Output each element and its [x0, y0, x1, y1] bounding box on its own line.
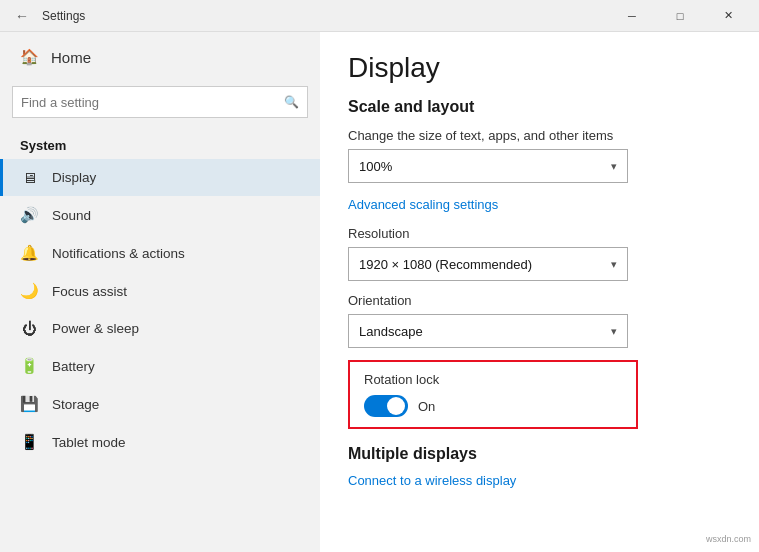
resolution-dropdown-value: 1920 × 1080 (Recommended): [359, 257, 532, 272]
rotation-toggle-row: On: [364, 395, 622, 417]
storage-icon: 💾: [20, 395, 38, 413]
sidebar-item-power-label: Power & sleep: [52, 321, 139, 336]
resolution-label: Resolution: [348, 226, 731, 241]
minimize-button[interactable]: ─: [609, 0, 655, 32]
orientation-dropdown[interactable]: Landscape ▾: [348, 314, 628, 348]
home-icon: 🏠: [20, 48, 39, 66]
display-icon: 🖥: [20, 169, 38, 186]
scale-section-title: Scale and layout: [348, 98, 731, 116]
sidebar-item-notifications-label: Notifications & actions: [52, 246, 185, 261]
wireless-display-link[interactable]: Connect to a wireless display: [348, 473, 516, 488]
sidebar-item-battery[interactable]: 🔋 Battery: [0, 347, 320, 385]
rotation-lock-box: Rotation lock On: [348, 360, 638, 429]
sidebar-item-display[interactable]: 🖥 Display: [0, 159, 320, 196]
sidebar-item-display-label: Display: [52, 170, 96, 185]
battery-icon: 🔋: [20, 357, 38, 375]
resolution-dropdown-arrow: ▾: [611, 258, 617, 271]
orientation-label: Orientation: [348, 293, 731, 308]
watermark: wsxdn.com: [706, 534, 751, 544]
resolution-dropdown[interactable]: 1920 × 1080 (Recommended) ▾: [348, 247, 628, 281]
maximize-button[interactable]: □: [657, 0, 703, 32]
page-title: Display: [348, 52, 731, 84]
sidebar-item-storage-label: Storage: [52, 397, 99, 412]
focus-icon: 🌙: [20, 282, 38, 300]
sound-icon: 🔊: [20, 206, 38, 224]
window-controls: ─ □ ✕: [609, 0, 751, 32]
sidebar: 🏠 Home 🔍 System 🖥 Display 🔊 Sound 🔔 Noti…: [0, 32, 320, 552]
sidebar-item-sound-label: Sound: [52, 208, 91, 223]
window-title: Settings: [42, 9, 609, 23]
close-button[interactable]: ✕: [705, 0, 751, 32]
sidebar-item-power[interactable]: ⏻ Power & sleep: [0, 310, 320, 347]
scale-dropdown-arrow: ▾: [611, 160, 617, 173]
sidebar-section-title: System: [0, 130, 320, 159]
search-input[interactable]: [21, 95, 284, 110]
tablet-icon: 📱: [20, 433, 38, 451]
sidebar-search-container: 🔍: [12, 86, 308, 118]
orientation-dropdown-arrow: ▾: [611, 325, 617, 338]
sidebar-item-notifications[interactable]: 🔔 Notifications & actions: [0, 234, 320, 272]
sidebar-item-tablet[interactable]: 📱 Tablet mode: [0, 423, 320, 461]
scale-dropdown[interactable]: 100% ▾: [348, 149, 628, 183]
content-area: Display Scale and layout Change the size…: [320, 32, 759, 552]
scale-dropdown-value: 100%: [359, 159, 392, 174]
sidebar-item-sound[interactable]: 🔊 Sound: [0, 196, 320, 234]
titlebar: ← Settings ─ □ ✕: [0, 0, 759, 32]
sidebar-item-battery-label: Battery: [52, 359, 95, 374]
advanced-scaling-link[interactable]: Advanced scaling settings: [348, 197, 498, 212]
app-body: 🏠 Home 🔍 System 🖥 Display 🔊 Sound 🔔 Noti…: [0, 32, 759, 552]
sidebar-item-focus-label: Focus assist: [52, 284, 127, 299]
orientation-dropdown-value: Landscape: [359, 324, 423, 339]
back-button[interactable]: ←: [8, 2, 36, 30]
toggle-thumb: [387, 397, 405, 415]
rotation-lock-toggle[interactable]: [364, 395, 408, 417]
sidebar-home-item[interactable]: 🏠 Home: [0, 32, 320, 82]
rotation-lock-label: Rotation lock: [364, 372, 622, 387]
multiple-displays-title: Multiple displays: [348, 445, 731, 463]
sidebar-item-storage[interactable]: 💾 Storage: [0, 385, 320, 423]
scale-label: Change the size of text, apps, and other…: [348, 128, 731, 143]
search-icon: 🔍: [284, 95, 299, 109]
sidebar-home-label: Home: [51, 49, 91, 66]
rotation-toggle-text: On: [418, 399, 435, 414]
sidebar-item-tablet-label: Tablet mode: [52, 435, 126, 450]
power-icon: ⏻: [20, 320, 38, 337]
notifications-icon: 🔔: [20, 244, 38, 262]
sidebar-item-focus[interactable]: 🌙 Focus assist: [0, 272, 320, 310]
back-icon: ←: [15, 8, 29, 24]
